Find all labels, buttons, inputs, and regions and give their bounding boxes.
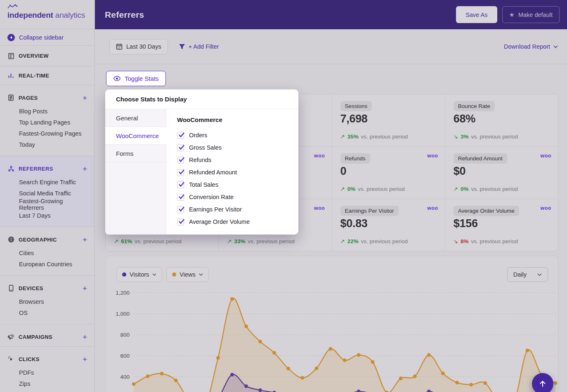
tab-forms[interactable]: Forms: [105, 145, 166, 162]
add-geographic-report-button[interactable]: +: [83, 236, 87, 244]
sidebar-item-cities[interactable]: Cities: [19, 247, 87, 258]
checkbox-icon: [177, 218, 184, 225]
chevron-down-icon: [537, 273, 542, 276]
sidebar-item-top-landing-pages[interactable]: Top Landing Pages: [19, 117, 87, 128]
sidebar-item-fastest-growing-referrers[interactable]: Fastest-Growing Referrers: [19, 199, 87, 210]
collapse-sidebar-button[interactable]: Collapse sidebar: [0, 29, 94, 46]
checkbox-conversion-rate[interactable]: Conversion Rate: [177, 191, 298, 203]
chevron-down-icon: [199, 273, 203, 276]
save-as-button[interactable]: Save As: [456, 6, 497, 23]
stat-value: 0: [340, 165, 347, 178]
popover-title: Choose Stats to Display: [105, 89, 298, 109]
checkbox-icon: [177, 169, 184, 176]
popover-panel: WooCommerce Orders Gross Sales Refunds R…: [166, 109, 298, 235]
trend-up-icon: ↗: [114, 238, 118, 244]
stat-change: ↗61%vs. previous period: [114, 238, 182, 244]
sidebar: independent analytics Collapse sidebar O…: [0, 0, 95, 392]
sidebar-item-social-media-traffic[interactable]: Social Media Traffic: [19, 188, 87, 199]
svg-text:600: 600: [120, 353, 130, 359]
tab-general[interactable]: General: [105, 109, 166, 127]
app-logo[interactable]: independent analytics: [0, 0, 94, 29]
scroll-to-top-button[interactable]: [532, 373, 553, 392]
sidebar-item-blog-posts[interactable]: Blog Posts: [19, 106, 87, 117]
trend-up-icon: ↗: [340, 133, 345, 140]
star-icon: ★: [509, 11, 515, 19]
sidebar-item-campaigns[interactable]: CAMPAIGNS +: [7, 331, 87, 343]
sidebar-item-referrers[interactable]: REFERRERS +: [7, 162, 87, 175]
trend-down-icon: ↘: [454, 133, 458, 140]
svg-text:800: 800: [120, 332, 130, 338]
visitors-dot-icon: [122, 272, 126, 277]
trend-up-icon: ↗: [340, 185, 345, 192]
checkbox-icon: [177, 132, 184, 139]
stat-label: Earnings Per Visitor: [340, 206, 399, 216]
sidebar-section-referrers: REFERRERS + Search Engine Traffic Social…: [0, 156, 94, 227]
geographic-globe-icon: [7, 236, 14, 243]
sidebar-item-zips[interactable]: Zips: [19, 378, 87, 389]
add-devices-report-button[interactable]: +: [83, 284, 87, 292]
date-range-button[interactable]: Last 30 Days: [109, 39, 168, 54]
collapse-sidebar-label: Collapse sidebar: [19, 34, 64, 41]
referrers-icon: [7, 166, 14, 172]
stat-card-average-order-volume: Average Order Volume woo $156 ↘8%vs. pre…: [445, 199, 558, 251]
add-filter-button[interactable]: + Add Filter: [179, 43, 219, 50]
add-campaigns-report-button[interactable]: +: [83, 333, 87, 341]
overview-icon: [7, 53, 14, 59]
checkbox-refunded-amount[interactable]: Refunded Amount: [177, 166, 298, 178]
toggle-stats-button[interactable]: Toggle Stats: [106, 71, 166, 86]
sidebar-section-devices: DEVICES + Browsers OS: [0, 276, 94, 324]
sidebar-item-geographic[interactable]: GEOGRAPHIC +: [7, 233, 87, 246]
stat-value: $0: [454, 165, 465, 178]
checkbox-earnings-per-visitor[interactable]: Earnings Per Visitor: [177, 203, 298, 216]
visitors-series-dropdown[interactable]: Visitors: [116, 267, 162, 282]
views-series-dropdown[interactable]: Views: [166, 267, 208, 282]
sidebar-item-clicks[interactable]: CLICKS +: [7, 353, 87, 365]
stat-label: Refunds: [340, 153, 370, 164]
stat-value: $156: [454, 217, 478, 230]
sidebar-item-today[interactable]: Today: [19, 139, 87, 150]
stat-change: ↘3%vs. previous period: [454, 133, 518, 140]
campaigns-megaphone-icon: [7, 334, 14, 340]
eye-icon: [113, 76, 121, 81]
sidebar-item-real-time[interactable]: REAL-TIME: [0, 66, 94, 85]
add-referrers-report-button[interactable]: +: [83, 165, 87, 173]
stat-value: 7,698: [340, 113, 368, 125]
sidebar-item-pdfs[interactable]: PDFs: [19, 367, 87, 378]
stat-label: Sessions: [340, 101, 372, 111]
checkbox-icon: [177, 181, 184, 188]
svg-text:1,000: 1,000: [116, 311, 130, 317]
checkbox-total-sales[interactable]: Total Sales: [177, 178, 298, 191]
sidebar-item-pages[interactable]: PAGES +: [7, 92, 87, 104]
add-clicks-report-button[interactable]: +: [83, 355, 87, 363]
sidebar-item-fastest-growing-pages[interactable]: Fastest-Growing Pages: [19, 128, 87, 139]
sidebar-item-overview[interactable]: OVERVIEW: [0, 46, 94, 66]
download-report-button[interactable]: Download Report: [504, 43, 558, 50]
popover-tabs: General WooCommerce Forms: [105, 109, 166, 235]
sidebar-item-os[interactable]: OS: [19, 307, 87, 318]
checkbox-average-order-volume[interactable]: Average Order Volume: [177, 216, 298, 228]
stat-card-earnings-per-visitor: Earnings Per Visitor woo $0.83 ↗22%vs. p…: [332, 199, 445, 251]
sidebar-item-last-7-days[interactable]: Last 7 Days: [19, 210, 87, 221]
sidebar-item-browsers[interactable]: Browsers: [19, 296, 87, 307]
svg-text:400: 400: [120, 374, 130, 380]
checkbox-orders[interactable]: Orders: [177, 129, 298, 141]
add-pages-report-button[interactable]: +: [83, 94, 87, 102]
sidebar-item-search-engine-traffic[interactable]: Search Engine Traffic: [19, 176, 87, 188]
stat-value: $0.83: [340, 217, 368, 230]
tab-woocommerce[interactable]: WooCommerce: [105, 127, 166, 145]
stat-card-refunds: Refunds woo 0 ↗0%vs. previous period: [332, 147, 445, 199]
sidebar-item-devices[interactable]: DEVICES +: [7, 282, 87, 294]
checkbox-icon: [177, 157, 184, 164]
interval-select[interactable]: Daily: [507, 267, 548, 282]
stat-label: Average Order Volume: [454, 206, 519, 216]
stat-change: ↗22%vs. previous period: [340, 238, 408, 244]
checkbox-gross-sales[interactable]: Gross Sales: [177, 141, 298, 154]
make-default-button[interactable]: ★ Make default: [502, 6, 560, 23]
trend-up-icon: ↗: [227, 238, 232, 244]
sidebar-item-european-countries[interactable]: European Countries: [19, 258, 87, 270]
popover-panel-title: WooCommerce: [177, 116, 298, 123]
checkbox-refunds[interactable]: Refunds: [177, 154, 298, 166]
stat-label: Bounce Rate: [454, 101, 495, 111]
stat-card-bounce-rate: Bounce Rate 68% ↘3%vs. previous period: [445, 94, 558, 146]
stat-change: ↗35%vs. previous period: [340, 133, 408, 140]
